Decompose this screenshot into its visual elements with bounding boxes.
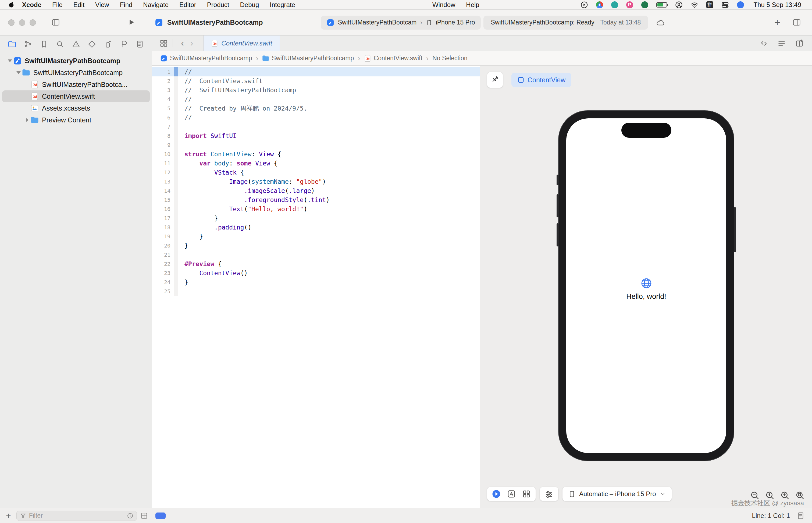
code-line-7[interactable]: 7 <box>152 122 480 131</box>
minimize-window-button[interactable] <box>19 19 25 26</box>
cloud-icon[interactable] <box>656 19 666 26</box>
zoom-fit-icon[interactable] <box>795 491 805 500</box>
code-line-16[interactable]: 16 Text("Hello, world!") <box>152 204 480 214</box>
run-destination[interactable]: iPhone 15 Pro <box>436 19 475 26</box>
recent-files-icon[interactable] <box>127 512 133 519</box>
status-app-teal-icon[interactable] <box>611 1 618 8</box>
find-icon[interactable] <box>56 40 64 48</box>
battery-icon[interactable] <box>656 2 667 7</box>
run-button[interactable] <box>128 18 136 27</box>
issues-icon[interactable] <box>72 40 80 48</box>
device-settings-icon[interactable] <box>545 490 553 498</box>
code-line-3[interactable]: 3// SwiftUIMasteryPathBootcamp <box>152 86 480 95</box>
input-source-icon[interactable]: 拼 <box>706 1 713 8</box>
file-row-swiftuimasterypathbootcamp[interactable]: SwiftUIMasteryPathBootcamp <box>2 67 150 78</box>
code-line-9[interactable]: 9 <box>152 141 480 149</box>
adjust-editor-icon[interactable] <box>778 39 786 47</box>
code-line-23[interactable]: 23 ContentView() <box>152 269 480 278</box>
live-preview-play-icon[interactable] <box>492 490 501 498</box>
code-line-13[interactable]: 13 Image(systemName: "globe") <box>152 177 480 186</box>
zoom-actual-icon[interactable] <box>765 491 774 500</box>
tests-icon[interactable] <box>88 40 96 48</box>
source-editor[interactable]: 1//2// ContentView.swift3// SwiftUIMaste… <box>152 66 480 508</box>
code-line-5[interactable]: 5// Created by 周祥鹏 on 2024/9/5. <box>152 104 480 113</box>
code-line-14[interactable]: 14 .imageScale(.large) <box>152 186 480 195</box>
code-line-8[interactable]: 8import SwiftUI <box>152 131 480 141</box>
file-row-contentview-swift[interactable]: ContentView.swift <box>2 90 150 102</box>
menu-find[interactable]: Find <box>115 1 138 8</box>
menu-integrate[interactable]: Integrate <box>264 1 301 8</box>
editor-tab[interactable]: ContentView.swift <box>203 36 280 51</box>
file-row-assets-xcassets[interactable]: Assets.xcassets <box>2 102 150 114</box>
menubar-clock[interactable]: Thu 5 Sep 13:49 <box>754 1 801 8</box>
document-icon[interactable] <box>797 512 805 520</box>
code-line-24[interactable]: 24} <box>152 278 480 287</box>
device-selector-dropdown[interactable]: Automatic – iPhone 15 Pro <box>563 487 672 501</box>
source-control-icon[interactable] <box>24 40 32 48</box>
bookmarks-icon[interactable] <box>40 40 48 48</box>
menu-help[interactable]: Help <box>460 1 485 8</box>
reports-icon[interactable] <box>136 40 144 48</box>
project-navigator-icon[interactable] <box>8 40 16 48</box>
code-line-1[interactable]: 1// <box>152 67 480 76</box>
menu-file[interactable]: File <box>47 1 68 8</box>
breadcrumb-item[interactable]: SwiftUIMasteryPathBootcamp <box>160 55 252 62</box>
code-line-17[interactable]: 17 } <box>152 214 480 223</box>
zoom-out-icon[interactable] <box>750 491 759 500</box>
screen-record-icon[interactable] <box>581 1 588 8</box>
wifi-icon[interactable] <box>691 1 698 8</box>
iphone-screen[interactable]: Hello, world! <box>566 119 726 453</box>
menu-window[interactable]: Window <box>427 1 460 8</box>
code-line-10[interactable]: 10struct ContentView: View { <box>152 149 480 159</box>
breakpoints-icon[interactable] <box>120 40 128 48</box>
code-line-4[interactable]: 4// <box>152 95 480 104</box>
code-line-19[interactable]: 19 } <box>152 232 480 241</box>
grid-view-icon[interactable] <box>522 490 531 498</box>
disclosure-triangle[interactable] <box>6 57 14 64</box>
preview-tab-button[interactable]: ContentView <box>511 73 571 87</box>
menu-debug[interactable]: Debug <box>235 1 265 8</box>
user-account-icon[interactable] <box>675 1 683 8</box>
filter-input[interactable] <box>29 512 124 519</box>
close-window-button[interactable] <box>8 19 15 26</box>
navigator-toggle-icon[interactable] <box>51 19 60 26</box>
add-editor-icon[interactable] <box>795 39 804 47</box>
breadcrumb-item[interactable]: No Selection <box>432 55 467 62</box>
code-line-20[interactable]: 20} <box>152 241 480 250</box>
zoom-in-icon[interactable] <box>780 491 789 500</box>
back-chevron-icon[interactable]: ‹ <box>178 38 187 48</box>
code-line-2[interactable]: 2// ContentView.swift <box>152 76 480 86</box>
code-line-12[interactable]: 12 VStack { <box>152 168 480 177</box>
status-app-blue-icon[interactable] <box>737 1 744 8</box>
code-review-icon[interactable] <box>760 39 768 47</box>
scheme-selector[interactable]: SwiftUIMasteryPathBootcam › iPhone 15 Pr… <box>321 16 481 30</box>
code-line-21[interactable]: 21 <box>152 250 480 259</box>
status-app-pink-icon[interactable]: P <box>626 1 633 8</box>
forward-chevron-icon[interactable]: › <box>187 38 196 48</box>
code-line-11[interactable]: 11 var body: some View { <box>152 159 480 168</box>
file-row-preview-content[interactable]: Preview Content <box>2 114 150 126</box>
code-line-25[interactable]: 25 <box>152 287 480 296</box>
filter-field[interactable] <box>16 511 137 521</box>
activity-view[interactable]: SwiftUIMasteryPathBootcamp: Ready Today … <box>484 16 648 30</box>
breadcrumb-item[interactable]: SwiftUIMasteryPathBootcamp <box>262 55 354 62</box>
variants-icon[interactable] <box>507 490 516 498</box>
code-line-6[interactable]: 6// <box>152 113 480 122</box>
menu-edit[interactable]: Edit <box>68 1 90 8</box>
menu-view[interactable]: View <box>90 1 115 8</box>
add-file-button[interactable]: + <box>4 511 13 520</box>
status-app-green-icon[interactable] <box>641 1 648 8</box>
pin-preview-button[interactable] <box>487 72 503 88</box>
menu-navigate[interactable]: Navigate <box>138 1 174 8</box>
disclosure-triangle[interactable] <box>15 69 22 76</box>
code-line-15[interactable]: 15 .foregroundStyle(.tint) <box>152 195 480 204</box>
control-center-icon[interactable] <box>721 1 729 8</box>
filter-scope-icon[interactable] <box>140 512 148 519</box>
code-line-22[interactable]: 22#Preview { <box>152 259 480 269</box>
menu-editor[interactable]: Editor <box>174 1 202 8</box>
inspector-toggle-icon[interactable] <box>792 19 801 26</box>
apple-icon[interactable] <box>8 1 15 8</box>
library-add-icon[interactable]: + <box>774 17 780 28</box>
menu-product[interactable]: Product <box>202 1 235 8</box>
breadcrumb-item[interactable]: ContentView.swift <box>364 55 422 62</box>
